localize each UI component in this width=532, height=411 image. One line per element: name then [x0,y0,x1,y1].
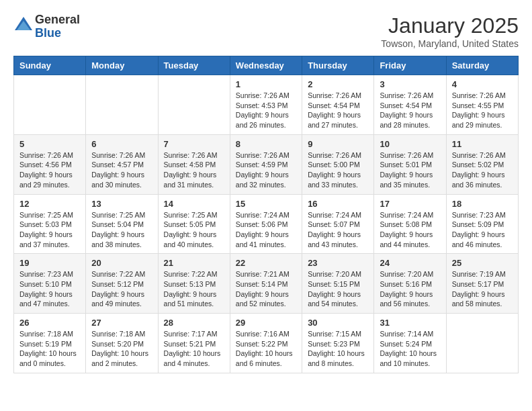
day-number: 26 [19,318,80,328]
day-info: Sunrise: 7:24 AM Sunset: 5:08 PM Dayligh… [380,210,440,250]
day-info: Sunrise: 7:21 AM Sunset: 5:14 PM Dayligh… [236,269,296,309]
logo-icon [13,15,34,36]
day-info: Sunrise: 7:20 AM Sunset: 5:15 PM Dayligh… [308,269,368,309]
location: Towson, Maryland, United States [381,38,519,49]
calendar-cell: 1Sunrise: 7:26 AM Sunset: 4:53 PM Daylig… [230,75,302,135]
weekday-header-row: SundayMondayTuesdayWednesdayThursdayFrid… [14,56,519,75]
calendar-cell: 11Sunrise: 7:26 AM Sunset: 5:02 PM Dayli… [446,134,518,194]
calendar-cell: 2Sunrise: 7:26 AM Sunset: 4:54 PM Daylig… [302,75,374,135]
day-number: 9 [308,139,368,149]
calendar-cell: 23Sunrise: 7:20 AM Sunset: 5:15 PM Dayli… [302,254,374,314]
day-number: 30 [308,318,368,328]
day-info: Sunrise: 7:26 AM Sunset: 4:56 PM Dayligh… [19,150,80,190]
page-header: General Blue January 2025 Towson, Maryla… [13,13,519,49]
weekday-header: Wednesday [230,56,302,75]
calendar-cell: 15Sunrise: 7:24 AM Sunset: 5:06 PM Dayli… [230,194,302,254]
day-info: Sunrise: 7:25 AM Sunset: 5:05 PM Dayligh… [164,210,224,250]
day-number: 2 [308,79,368,89]
weekday-header: Saturday [446,56,518,75]
day-info: Sunrise: 7:26 AM Sunset: 4:59 PM Dayligh… [236,150,296,190]
day-number: 19 [19,258,80,268]
calendar-cell [158,75,230,135]
calendar-cell: 8Sunrise: 7:26 AM Sunset: 4:59 PM Daylig… [230,134,302,194]
day-number: 31 [380,318,440,328]
calendar-cell [446,314,518,373]
day-number: 10 [380,139,440,149]
day-number: 20 [91,258,152,268]
day-number: 11 [452,139,513,149]
weekday-header: Sunday [14,56,86,75]
day-info: Sunrise: 7:24 AM Sunset: 5:07 PM Dayligh… [308,210,368,250]
calendar-cell [86,75,158,135]
calendar-cell: 16Sunrise: 7:24 AM Sunset: 5:07 PM Dayli… [302,194,374,254]
calendar-cell: 25Sunrise: 7:19 AM Sunset: 5:17 PM Dayli… [446,254,518,314]
day-number: 12 [19,199,80,209]
day-number: 3 [380,79,440,89]
day-info: Sunrise: 7:17 AM Sunset: 5:21 PM Dayligh… [164,329,224,369]
calendar-cell: 7Sunrise: 7:26 AM Sunset: 4:58 PM Daylig… [158,134,230,194]
day-info: Sunrise: 7:26 AM Sunset: 4:57 PM Dayligh… [91,150,152,190]
day-info: Sunrise: 7:25 AM Sunset: 5:03 PM Dayligh… [19,210,80,250]
day-number: 8 [236,139,296,149]
weekday-header: Monday [86,56,158,75]
day-info: Sunrise: 7:23 AM Sunset: 5:10 PM Dayligh… [19,269,80,309]
day-number: 6 [91,139,152,149]
day-info: Sunrise: 7:14 AM Sunset: 5:24 PM Dayligh… [380,329,440,369]
day-info: Sunrise: 7:26 AM Sunset: 4:54 PM Dayligh… [308,91,368,130]
day-info: Sunrise: 7:22 AM Sunset: 5:13 PM Dayligh… [164,269,224,309]
calendar: SundayMondayTuesdayWednesdayThursdayFrid… [13,56,519,373]
day-number: 13 [91,199,152,209]
day-info: Sunrise: 7:26 AM Sunset: 4:53 PM Dayligh… [236,91,296,130]
day-info: Sunrise: 7:25 AM Sunset: 5:04 PM Dayligh… [91,210,152,250]
calendar-cell: 28Sunrise: 7:17 AM Sunset: 5:21 PM Dayli… [158,314,230,373]
day-number: 4 [452,79,513,89]
weekday-header: Thursday [302,56,374,75]
calendar-cell: 6Sunrise: 7:26 AM Sunset: 4:57 PM Daylig… [86,134,158,194]
calendar-week-row: 26Sunrise: 7:18 AM Sunset: 5:19 PM Dayli… [14,314,519,373]
day-info: Sunrise: 7:22 AM Sunset: 5:12 PM Dayligh… [91,269,152,309]
day-info: Sunrise: 7:18 AM Sunset: 5:20 PM Dayligh… [91,329,152,369]
calendar-cell [14,75,86,135]
day-number: 7 [164,139,224,149]
month-title: January 2025 [381,13,519,38]
calendar-cell: 22Sunrise: 7:21 AM Sunset: 5:14 PM Dayli… [230,254,302,314]
calendar-cell: 10Sunrise: 7:26 AM Sunset: 5:01 PM Dayli… [374,134,446,194]
calendar-cell: 9Sunrise: 7:26 AM Sunset: 5:00 PM Daylig… [302,134,374,194]
day-number: 22 [236,258,296,268]
calendar-cell: 5Sunrise: 7:26 AM Sunset: 4:56 PM Daylig… [14,134,86,194]
day-info: Sunrise: 7:20 AM Sunset: 5:16 PM Dayligh… [380,269,440,309]
calendar-week-row: 19Sunrise: 7:23 AM Sunset: 5:10 PM Dayli… [14,254,519,314]
day-number: 5 [19,139,80,149]
day-number: 18 [452,199,513,209]
weekday-header: Tuesday [158,56,230,75]
calendar-cell: 30Sunrise: 7:15 AM Sunset: 5:23 PM Dayli… [302,314,374,373]
day-info: Sunrise: 7:26 AM Sunset: 4:54 PM Dayligh… [380,91,440,130]
day-number: 23 [308,258,368,268]
day-info: Sunrise: 7:26 AM Sunset: 4:55 PM Dayligh… [452,91,513,130]
day-number: 15 [236,199,296,209]
day-number: 17 [380,199,440,209]
calendar-cell: 29Sunrise: 7:16 AM Sunset: 5:22 PM Dayli… [230,314,302,373]
logo-blue: Blue [35,26,61,40]
day-number: 24 [380,258,440,268]
calendar-week-row: 1Sunrise: 7:26 AM Sunset: 4:53 PM Daylig… [14,75,519,135]
calendar-cell: 14Sunrise: 7:25 AM Sunset: 5:05 PM Dayli… [158,194,230,254]
calendar-cell: 27Sunrise: 7:18 AM Sunset: 5:20 PM Dayli… [86,314,158,373]
day-info: Sunrise: 7:24 AM Sunset: 5:06 PM Dayligh… [236,210,296,250]
title-section: January 2025 Towson, Maryland, United St… [381,13,519,49]
day-number: 16 [308,199,368,209]
logo-general: General [35,13,80,26]
calendar-week-row: 5Sunrise: 7:26 AM Sunset: 4:56 PM Daylig… [14,134,519,194]
day-number: 14 [164,199,224,209]
day-number: 1 [236,79,296,89]
day-info: Sunrise: 7:15 AM Sunset: 5:23 PM Dayligh… [308,329,368,369]
calendar-cell: 21Sunrise: 7:22 AM Sunset: 5:13 PM Dayli… [158,254,230,314]
calendar-cell: 3Sunrise: 7:26 AM Sunset: 4:54 PM Daylig… [374,75,446,135]
calendar-cell: 13Sunrise: 7:25 AM Sunset: 5:04 PM Dayli… [86,194,158,254]
calendar-cell: 26Sunrise: 7:18 AM Sunset: 5:19 PM Dayli… [14,314,86,373]
logo-text: General Blue [35,13,80,40]
day-number: 21 [164,258,224,268]
calendar-week-row: 12Sunrise: 7:25 AM Sunset: 5:03 PM Dayli… [14,194,519,254]
calendar-cell: 12Sunrise: 7:25 AM Sunset: 5:03 PM Dayli… [14,194,86,254]
calendar-cell: 24Sunrise: 7:20 AM Sunset: 5:16 PM Dayli… [374,254,446,314]
